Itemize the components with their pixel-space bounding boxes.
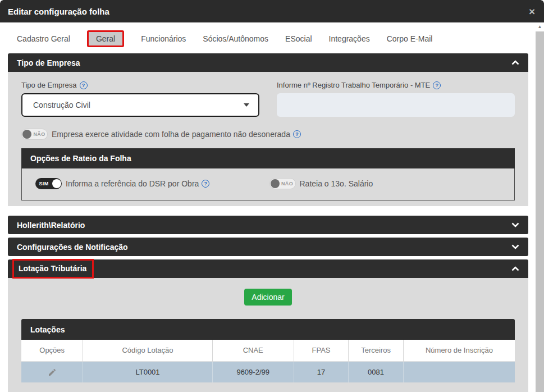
toggle-desonerada-label-text: Empresa exerce atividade com folha de pa… xyxy=(52,130,290,139)
col-codigo-lotacao: Código Lotação xyxy=(83,340,212,361)
section-title: Lotação Tributária xyxy=(19,264,86,273)
help-icon[interactable]: ? xyxy=(293,130,301,138)
col-numero-inscricao: Número de Inscrição xyxy=(403,340,515,361)
mte-input[interactable] xyxy=(277,93,515,117)
chevron-up-icon[interactable] xyxy=(511,60,519,65)
cell-fpas: 17 xyxy=(294,361,349,382)
mte-label: Informe nº Registro Trabalho Temporário … xyxy=(277,81,515,89)
section-header-configuracoes-notificacao[interactable]: Configurações de Notificação xyxy=(8,238,528,256)
table-title: Lotações xyxy=(30,325,65,334)
toggle-desonerada-label: Empresa exerce atividade com folha de pa… xyxy=(52,130,301,139)
toggle-13-label-text: Rateia o 13o. Salário xyxy=(300,179,373,188)
table-header-lotacoes: Lotações xyxy=(21,319,515,340)
toggle-knob xyxy=(52,179,61,188)
help-icon[interactable]: ? xyxy=(433,81,441,89)
tab-integracoes[interactable]: Integrações xyxy=(329,34,370,43)
tipo-empresa-label-text: Tipo de Empresa xyxy=(21,81,77,89)
lotacoes-table: Opções Código Lotação CNAE FPAS Terceiro… xyxy=(21,340,515,382)
col-cnae: CNAE xyxy=(212,340,294,361)
lotacoes-table-panel: Lotações Opções Código Lotação CNAE FPAS… xyxy=(21,319,515,382)
toggle-dsr-obra-label: Informa a referência do DSR por Obra ? xyxy=(66,179,209,188)
section-lotacao-tributaria: Lotação Tributária Adicionar Lotações xyxy=(8,259,528,392)
chevron-down-icon[interactable] xyxy=(511,222,519,227)
section-body-tipo-de-empresa: Tipo de Empresa ? Construção Civil Infor… xyxy=(8,72,528,206)
tab-bar: Cadastro Geral Geral Funcionários Sócios… xyxy=(0,22,536,53)
toggle-rateia-13-label: Rateia o 13o. Salário xyxy=(300,179,373,188)
chevron-up-icon[interactable] xyxy=(511,266,519,271)
cell-numero-inscricao xyxy=(403,361,515,382)
tab-geral[interactable]: Geral xyxy=(87,30,124,47)
section-title: Configurações de Notificação xyxy=(17,243,128,252)
cell-opcoes xyxy=(21,361,83,382)
panel-opcoes-rateio: Opções de Rateio da Folha SIM Informa a … xyxy=(21,148,515,200)
tipo-empresa-select[interactable]: Construção Civil xyxy=(21,93,259,117)
table-row: LT0001 9609-2/99 17 0081 xyxy=(21,361,515,382)
modal-content: Cadastro Geral Geral Funcionários Sócios… xyxy=(0,22,536,392)
toggle-desonerada[interactable]: NÃO xyxy=(21,129,48,140)
adicionar-button[interactable]: Adicionar xyxy=(244,289,291,306)
toggle-state: SIM xyxy=(35,181,52,186)
scrollbar-up-arrow-icon[interactable]: ▲ xyxy=(536,24,544,30)
mte-label-text: Informe nº Registro Trabalho Temporário … xyxy=(277,81,430,89)
edit-config-modal: Editar configuração folha × Cadastro Ger… xyxy=(0,0,544,392)
cell-cnae: 9609-2/99 xyxy=(212,361,294,382)
annotation-red-box: Lotação Tributária xyxy=(12,259,94,279)
panel-header-opcoes-rateio: Opções de Rateio da Folha xyxy=(21,148,515,168)
tipo-empresa-selected-value: Construção Civil xyxy=(33,101,90,110)
panel-body-opcoes-rateio: SIM Informa a referência do DSR por Obra… xyxy=(21,168,515,200)
section-header-lotacao-tributaria[interactable]: Lotação Tributária xyxy=(8,259,528,278)
tab-funcionarios[interactable]: Funcionários xyxy=(141,34,186,43)
cell-codigo-lotacao: LT0001 xyxy=(83,361,212,382)
toggle-state: NÃO xyxy=(280,181,295,186)
toggle-state: NÃO xyxy=(31,131,47,137)
tab-socios-autonomos[interactable]: Sócios/Autônomos xyxy=(203,34,268,43)
chevron-down-icon xyxy=(244,103,249,107)
toggle-row-desonerada: NÃO Empresa exerce atividade com folha d… xyxy=(21,129,515,140)
close-icon[interactable]: × xyxy=(529,6,535,17)
toggle-dsr-label-text: Informa a referência do DSR por Obra xyxy=(66,179,199,188)
modal-title: Editar configuração folha xyxy=(8,7,109,16)
scrollbar-track[interactable] xyxy=(536,31,544,392)
toggle-knob xyxy=(271,179,280,188)
modal-titlebar: Editar configuração folha × xyxy=(0,0,544,22)
chevron-down-icon[interactable] xyxy=(511,244,519,249)
tab-esocial[interactable]: ESocial xyxy=(285,34,312,43)
section-title: Hollerith\Relatório xyxy=(17,221,85,230)
help-icon[interactable]: ? xyxy=(80,81,88,89)
cell-terceiros: 0081 xyxy=(349,361,404,382)
section-body-lotacao-tributaria: Adicionar Lotações Opções Código Lotação xyxy=(8,278,528,392)
section-title: Tipo de Empresa xyxy=(17,58,80,67)
col-fpas: FPAS xyxy=(294,340,349,361)
toggle-knob xyxy=(22,130,31,139)
vertical-scrollbar[interactable]: ▲ xyxy=(536,22,544,392)
tab-corpo-email[interactable]: Corpo E-Mail xyxy=(387,34,433,43)
col-terceiros: Terceiros xyxy=(349,340,404,361)
tipo-empresa-label: Tipo de Empresa ? xyxy=(21,81,259,89)
table-header-row: Opções Código Lotação CNAE FPAS Terceiro… xyxy=(21,340,515,361)
panel-title: Opções de Rateio da Folha xyxy=(30,154,131,163)
section-header-tipo-de-empresa[interactable]: Tipo de Empresa xyxy=(8,53,528,72)
help-icon[interactable]: ? xyxy=(202,180,209,188)
col-opcoes: Opções xyxy=(21,340,83,361)
section-header-hollerith-relatorio[interactable]: Hollerith\Relatório xyxy=(8,216,528,234)
toggle-rateia-13[interactable]: NÃO xyxy=(269,178,296,189)
toggle-dsr-obra[interactable]: SIM xyxy=(35,178,62,189)
section-tipo-de-empresa: Tipo de Empresa Tipo de Empresa ? xyxy=(8,53,528,206)
edit-pencil-icon[interactable] xyxy=(48,368,57,377)
tab-cadastro-geral[interactable]: Cadastro Geral xyxy=(17,34,70,43)
